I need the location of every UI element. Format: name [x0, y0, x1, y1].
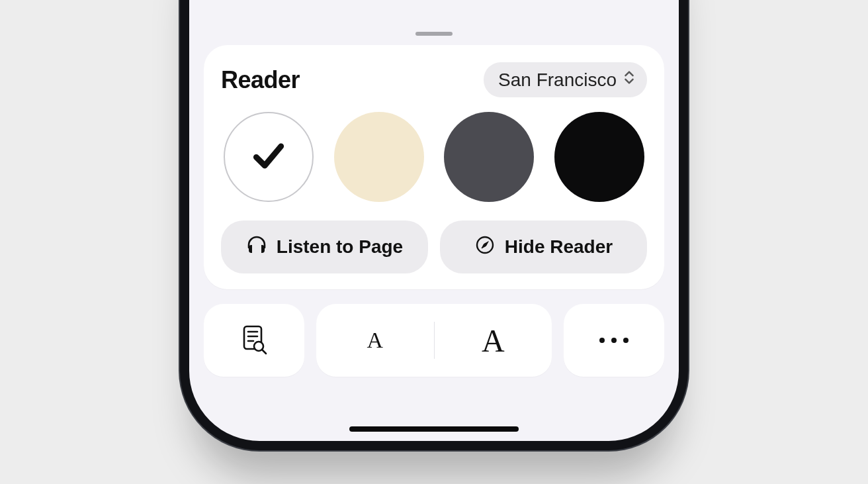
- checkmark-icon: [250, 137, 287, 177]
- reader-card: Reader San Francisco: [204, 45, 664, 289]
- hide-reader-button[interactable]: Hide Reader: [440, 220, 647, 273]
- more-options-button[interactable]: [564, 304, 664, 377]
- headphones-icon: [246, 234, 267, 260]
- sheet-grabber[interactable]: [415, 32, 453, 36]
- reader-header: Reader San Francisco: [221, 62, 647, 97]
- find-on-page-icon: [239, 323, 269, 358]
- reader-actions: Listen to Page Hide Reader: [221, 220, 647, 273]
- text-size-decrease-button[interactable]: A: [316, 304, 434, 377]
- font-picker[interactable]: San Francisco: [484, 62, 647, 97]
- theme-swatches: [221, 112, 647, 202]
- theme-gray[interactable]: [444, 112, 534, 202]
- text-size-group: A A: [316, 304, 552, 377]
- theme-black[interactable]: [554, 112, 644, 202]
- font-picker-value: San Francisco: [498, 70, 617, 91]
- theme-white[interactable]: [224, 112, 314, 202]
- find-on-page-button[interactable]: [204, 304, 304, 377]
- safari-icon: [474, 234, 496, 260]
- hide-label: Hide Reader: [505, 236, 613, 258]
- theme-sepia[interactable]: [334, 112, 424, 202]
- small-a-glyph: A: [367, 328, 383, 353]
- home-indicator[interactable]: [349, 426, 519, 432]
- bottom-toolbar: A A: [204, 304, 664, 377]
- ellipsis-icon: [599, 338, 629, 343]
- reader-title: Reader: [221, 66, 300, 94]
- listen-label: Listen to Page: [277, 236, 403, 258]
- listen-to-page-button[interactable]: Listen to Page: [221, 220, 428, 273]
- chevron-up-down-icon: [623, 69, 635, 91]
- phone-frame: Reader San Francisco: [180, 0, 688, 450]
- large-a-glyph: A: [482, 322, 505, 359]
- screen: Reader San Francisco: [189, 0, 679, 441]
- svg-line-6: [262, 350, 266, 354]
- text-size-increase-button[interactable]: A: [435, 304, 552, 377]
